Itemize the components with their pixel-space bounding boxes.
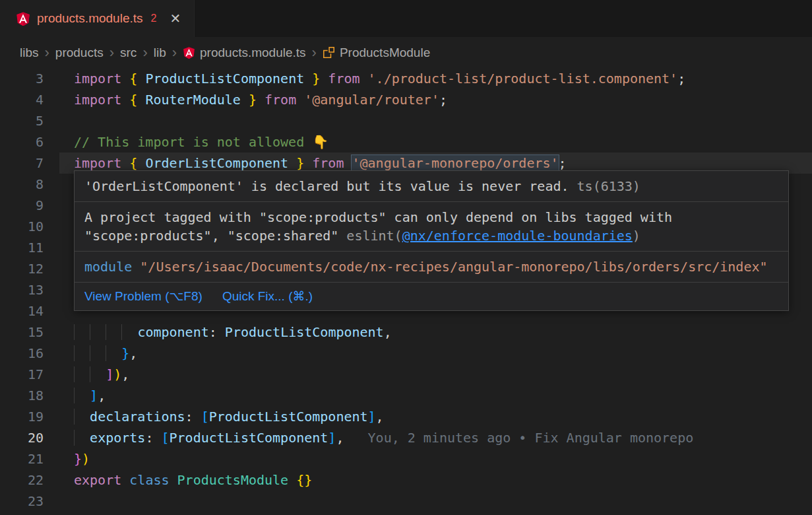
line-number[interactable]: 9 (0, 195, 59, 216)
view-problem-action[interactable]: View Problem (⌥F8) (84, 289, 203, 304)
tab-problems-badge: 2 (151, 13, 157, 24)
line-number[interactable]: 8 (0, 174, 59, 195)
breadcrumb-label: products.module.ts (200, 46, 306, 60)
line-number[interactable]: 20 (0, 427, 59, 448)
line-number[interactable]: 5 (0, 110, 59, 131)
code-token: } (288, 155, 312, 171)
code-content[interactable] (59, 491, 812, 512)
line-number[interactable]: 13 (0, 279, 59, 300)
code-line[interactable]: 16 }, (0, 343, 812, 364)
close-icon[interactable]: ✕ (170, 11, 181, 26)
line-number[interactable]: 15 (0, 322, 59, 343)
code-token: ProductListComponent (145, 71, 304, 86)
breadcrumb: libs › products › src › lib › products.m… (0, 37, 812, 68)
code-token (90, 345, 106, 361)
code-token: , (129, 345, 137, 361)
code-line[interactable]: 3import { ProductListComponent } from '.… (0, 68, 812, 89)
breadcrumb-label: src (120, 46, 137, 60)
line-number[interactable]: 22 (0, 469, 59, 491)
code-token (74, 388, 90, 403)
line-number[interactable]: 12 (0, 258, 59, 279)
code-token: : (185, 409, 201, 425)
code-token: ts(6133) (577, 178, 640, 194)
code-token: ] (106, 366, 113, 382)
code-line[interactable]: 15 component: ProductListComponent, (0, 322, 812, 343)
code-token (74, 409, 90, 425)
code-token: class (129, 472, 177, 488)
code-content[interactable] (59, 110, 812, 131)
code-line[interactable]: 22export class ProductsModule {} (0, 469, 812, 491)
git-blame-annotation: You, 2 minutes ago • Fix Angular monorep… (368, 430, 694, 446)
code-token: ; (559, 155, 567, 171)
line-number[interactable]: 10 (0, 216, 59, 237)
code-token: '@angular/router' (304, 92, 439, 108)
code-content[interactable]: component: ProductListComponent, (59, 322, 812, 343)
breadcrumb-item-lib[interactable]: lib (154, 46, 166, 60)
code-content[interactable]: import { ProductListComponent } from './… (59, 68, 812, 89)
code-token: ) (633, 228, 640, 244)
line-number[interactable]: 4 (0, 89, 59, 110)
code-token: 'OrderListComponent' is declared but its… (84, 178, 577, 194)
line-number[interactable]: 3 (0, 68, 59, 89)
code-token: ] (90, 388, 98, 403)
code-line[interactable]: 5 (0, 110, 812, 131)
tab-products-module-ts[interactable]: products.module.ts 2 ✕ (0, 0, 195, 37)
code-token: [ (201, 409, 209, 425)
code-content[interactable]: declarations: [ProductListComponent], (59, 406, 812, 427)
code-content[interactable]: // This import is not allowed 👇 (59, 131, 812, 153)
breadcrumb-label: products (55, 46, 104, 60)
code-token (74, 430, 90, 446)
code-token: } (74, 451, 82, 467)
code-token: RouterModule (145, 92, 241, 108)
breadcrumb-item-src[interactable]: src (120, 46, 137, 60)
code-line[interactable]: 21}) (0, 448, 812, 469)
eslint-rule-link[interactable]: @nx/enforce-module-boundaries (402, 228, 633, 244)
code-content[interactable]: }, (59, 343, 812, 364)
tab-title: products.module.ts (37, 11, 143, 26)
code-token: { (129, 71, 145, 86)
code-token: "/Users/isaac/Documents/code/nx-recipes/… (140, 259, 767, 275)
code-line[interactable]: 20 exports: [ProductListComponent],You, … (0, 427, 812, 448)
code-content[interactable]: ], (59, 385, 812, 406)
breadcrumb-item-products[interactable]: products (55, 46, 104, 60)
code-token (90, 366, 106, 382)
code-line[interactable]: 19 declarations: [ProductListComponent], (0, 406, 812, 427)
code-line[interactable]: 4import { RouterModule } from '@angular/… (0, 89, 812, 110)
line-number[interactable]: 23 (0, 491, 59, 512)
code-token: exports (90, 430, 145, 446)
code-line[interactable]: 17 ]), (0, 364, 812, 385)
breadcrumb-item-file[interactable]: products.module.ts (183, 46, 306, 60)
line-number[interactable]: 18 (0, 385, 59, 406)
code-content[interactable]: ]), (59, 364, 812, 385)
hover-message: A project tagged with "scope:products" c… (75, 201, 788, 251)
hover-rows: 'OrderListComponent' is declared but its… (75, 171, 788, 282)
line-number[interactable]: 14 (0, 300, 59, 322)
chevron-right-icon: › (45, 46, 49, 60)
line-number[interactable]: 17 (0, 364, 59, 385)
code-content[interactable]: }) (59, 448, 812, 469)
code-line[interactable]: 23 (0, 491, 812, 512)
line-number[interactable]: 7 (0, 153, 59, 174)
breadcrumb-item-libs[interactable]: libs (20, 46, 39, 60)
line-number[interactable]: 11 (0, 237, 59, 258)
code-token: from (312, 155, 352, 171)
chevron-right-icon: › (142, 46, 147, 60)
breadcrumb-item-symbol[interactable]: ProductsModule (323, 46, 430, 60)
code-line[interactable]: 6// This import is not allowed 👇 (0, 131, 812, 153)
code-token: declarations (90, 409, 185, 425)
line-number[interactable]: 19 (0, 406, 59, 427)
code-token: './product-list/product-list.component' (368, 71, 678, 86)
code-editor: 3import { ProductListComponent } from '.… (0, 68, 812, 515)
line-number[interactable]: 16 (0, 343, 59, 364)
code-token: module (84, 259, 140, 275)
code-content[interactable]: import { RouterModule } from '@angular/r… (59, 89, 812, 110)
code-token: {} (296, 472, 312, 488)
line-number[interactable]: 6 (0, 131, 59, 153)
code-token: : (209, 324, 225, 340)
code-token: , (376, 409, 384, 425)
code-line[interactable]: 18 ], (0, 385, 812, 406)
line-number[interactable]: 21 (0, 448, 59, 469)
code-content[interactable]: export class ProductsModule {} (59, 469, 812, 491)
quick-fix-action[interactable]: Quick Fix... (⌘.) (222, 289, 313, 304)
code-content[interactable]: exports: [ProductListComponent],You, 2 m… (59, 427, 812, 448)
